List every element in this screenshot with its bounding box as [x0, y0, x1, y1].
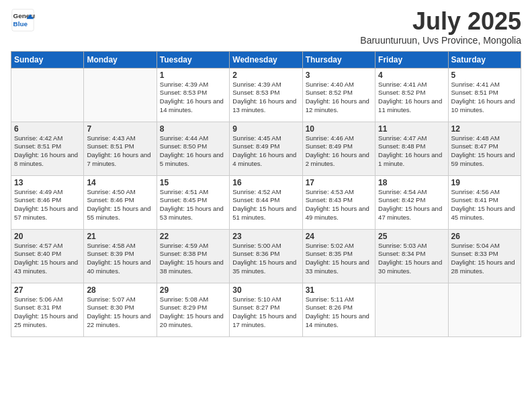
day-info: Sunrise: 4:51 AMSunset: 8:45 PMDaylight:…: [160, 188, 226, 222]
day-number: 8: [160, 124, 226, 134]
day-number: 6: [14, 124, 81, 134]
day-number: 9: [232, 124, 299, 134]
day-info: Sunrise: 4:58 AMSunset: 8:39 PMDaylight:…: [87, 242, 153, 276]
day-number: 12: [451, 124, 518, 134]
col-saturday: Saturday: [448, 51, 521, 68]
day-info: Sunrise: 5:06 AMSunset: 8:31 PMDaylight:…: [14, 295, 81, 330]
day-info: Sunrise: 4:49 AMSunset: 8:46 PMDaylight:…: [14, 188, 81, 222]
main-title: July 2025: [360, 8, 521, 35]
day-number: 23: [232, 232, 299, 241]
day-number: 18: [378, 178, 445, 187]
logo: General Blue: [11, 8, 35, 32]
table-row: [11, 68, 84, 122]
day-number: 13: [14, 178, 81, 187]
col-wednesday: Wednesday: [230, 51, 302, 68]
table-row: 13Sunrise: 4:49 AMSunset: 8:46 PMDayligh…: [11, 175, 84, 229]
day-info: Sunrise: 5:10 AMSunset: 8:27 PMDaylight:…: [232, 295, 299, 330]
day-number: 31: [306, 285, 372, 295]
day-info: Sunrise: 4:59 AMSunset: 8:38 PMDaylight:…: [160, 242, 226, 276]
day-info: Sunrise: 4:39 AMSunset: 8:53 PMDaylight:…: [232, 81, 299, 115]
day-info: Sunrise: 4:44 AMSunset: 8:50 PMDaylight:…: [160, 134, 226, 169]
day-info: Sunrise: 4:41 AMSunset: 8:51 PMDaylight:…: [451, 81, 518, 115]
day-number: 15: [160, 178, 226, 187]
table-row: 7Sunrise: 4:43 AMSunset: 8:51 PMDaylight…: [84, 122, 157, 175]
page: General Blue July 2025 Baruunturuun, Uvs…: [0, 0, 532, 411]
day-info: Sunrise: 5:08 AMSunset: 8:29 PMDaylight:…: [160, 295, 226, 330]
table-row: 8Sunrise: 4:44 AMSunset: 8:50 PMDaylight…: [157, 122, 229, 175]
day-info: Sunrise: 4:39 AMSunset: 8:53 PMDaylight:…: [160, 81, 226, 115]
table-row: 2Sunrise: 4:39 AMSunset: 8:53 PMDaylight…: [230, 68, 302, 122]
table-row: 23Sunrise: 5:00 AMSunset: 8:36 PMDayligh…: [230, 229, 302, 283]
table-row: [448, 283, 521, 336]
day-number: 29: [160, 285, 226, 295]
col-monday: Monday: [84, 51, 157, 68]
table-row: 14Sunrise: 4:50 AMSunset: 8:46 PMDayligh…: [84, 175, 157, 229]
day-info: Sunrise: 4:45 AMSunset: 8:49 PMDaylight:…: [232, 134, 299, 169]
day-info: Sunrise: 4:42 AMSunset: 8:51 PMDaylight:…: [14, 134, 81, 169]
day-info: Sunrise: 5:00 AMSunset: 8:36 PMDaylight:…: [232, 242, 299, 276]
table-row: 30Sunrise: 5:10 AMSunset: 8:27 PMDayligh…: [230, 283, 302, 336]
header: General Blue July 2025 Baruunturuun, Uvs…: [11, 8, 521, 46]
day-info: Sunrise: 5:07 AMSunset: 8:30 PMDaylight:…: [87, 295, 153, 330]
calendar-week-row: 6Sunrise: 4:42 AMSunset: 8:51 PMDaylight…: [11, 122, 521, 175]
day-number: 3: [306, 71, 372, 80]
day-number: 16: [232, 178, 299, 187]
svg-text:Blue: Blue: [13, 20, 28, 28]
col-tuesday: Tuesday: [157, 51, 229, 68]
table-row: 12Sunrise: 4:48 AMSunset: 8:47 PMDayligh…: [448, 122, 521, 175]
day-info: Sunrise: 4:47 AMSunset: 8:48 PMDaylight:…: [378, 134, 445, 169]
day-info: Sunrise: 4:50 AMSunset: 8:46 PMDaylight:…: [87, 188, 153, 222]
title-block: July 2025 Baruunturuun, Uvs Province, Mo…: [360, 8, 521, 46]
calendar-week-row: 20Sunrise: 4:57 AMSunset: 8:40 PMDayligh…: [11, 229, 521, 283]
day-number: 10: [306, 124, 372, 134]
day-info: Sunrise: 4:43 AMSunset: 8:51 PMDaylight:…: [87, 134, 153, 169]
subtitle: Baruunturuun, Uvs Province, Mongolia: [360, 35, 521, 46]
day-number: 21: [87, 232, 153, 241]
day-info: Sunrise: 4:56 AMSunset: 8:41 PMDaylight:…: [451, 188, 518, 222]
table-row: 21Sunrise: 4:58 AMSunset: 8:39 PMDayligh…: [84, 229, 157, 283]
col-friday: Friday: [375, 51, 448, 68]
table-row: 18Sunrise: 4:54 AMSunset: 8:42 PMDayligh…: [375, 175, 448, 229]
day-number: 17: [306, 178, 372, 187]
day-info: Sunrise: 5:04 AMSunset: 8:33 PMDaylight:…: [451, 242, 518, 276]
day-number: 25: [378, 232, 445, 241]
table-row: 31Sunrise: 5:11 AMSunset: 8:26 PMDayligh…: [302, 283, 375, 336]
calendar-week-row: 27Sunrise: 5:06 AMSunset: 8:31 PMDayligh…: [11, 283, 521, 336]
day-number: 1: [160, 71, 226, 80]
day-info: Sunrise: 4:57 AMSunset: 8:40 PMDaylight:…: [14, 242, 81, 276]
table-row: 24Sunrise: 5:02 AMSunset: 8:35 PMDayligh…: [302, 229, 375, 283]
day-info: Sunrise: 4:40 AMSunset: 8:52 PMDaylight:…: [306, 81, 372, 115]
day-info: Sunrise: 4:54 AMSunset: 8:42 PMDaylight:…: [378, 188, 445, 222]
table-row: 11Sunrise: 4:47 AMSunset: 8:48 PMDayligh…: [375, 122, 448, 175]
table-row: 16Sunrise: 4:52 AMSunset: 8:44 PMDayligh…: [230, 175, 302, 229]
day-number: 24: [306, 232, 372, 241]
table-row: 6Sunrise: 4:42 AMSunset: 8:51 PMDaylight…: [11, 122, 84, 175]
calendar-header-row: Sunday Monday Tuesday Wednesday Thursday…: [11, 51, 521, 68]
table-row: 26Sunrise: 5:04 AMSunset: 8:33 PMDayligh…: [448, 229, 521, 283]
table-row: 19Sunrise: 4:56 AMSunset: 8:41 PMDayligh…: [448, 175, 521, 229]
day-info: Sunrise: 5:02 AMSunset: 8:35 PMDaylight:…: [306, 242, 372, 276]
table-row: 22Sunrise: 4:59 AMSunset: 8:38 PMDayligh…: [157, 229, 229, 283]
table-row: 27Sunrise: 5:06 AMSunset: 8:31 PMDayligh…: [11, 283, 84, 336]
day-number: 14: [87, 178, 153, 187]
table-row: 25Sunrise: 5:03 AMSunset: 8:34 PMDayligh…: [375, 229, 448, 283]
day-number: 2: [232, 71, 299, 80]
day-info: Sunrise: 4:48 AMSunset: 8:47 PMDaylight:…: [451, 134, 518, 169]
col-sunday: Sunday: [11, 51, 84, 68]
table-row: 5Sunrise: 4:41 AMSunset: 8:51 PMDaylight…: [448, 68, 521, 122]
calendar-week-row: 13Sunrise: 4:49 AMSunset: 8:46 PMDayligh…: [11, 175, 521, 229]
day-number: 19: [451, 178, 518, 187]
table-row: 9Sunrise: 4:45 AMSunset: 8:49 PMDaylight…: [230, 122, 302, 175]
table-row: 20Sunrise: 4:57 AMSunset: 8:40 PMDayligh…: [11, 229, 84, 283]
table-row: 28Sunrise: 5:07 AMSunset: 8:30 PMDayligh…: [84, 283, 157, 336]
day-number: 20: [14, 232, 81, 241]
day-number: 11: [378, 124, 445, 134]
day-info: Sunrise: 4:41 AMSunset: 8:52 PMDaylight:…: [378, 81, 445, 115]
logo-icon: General Blue: [11, 8, 35, 32]
day-number: 27: [14, 285, 81, 295]
table-row: 1Sunrise: 4:39 AMSunset: 8:53 PMDaylight…: [157, 68, 229, 122]
day-number: 30: [232, 285, 299, 295]
col-thursday: Thursday: [302, 51, 375, 68]
day-number: 28: [87, 285, 153, 295]
day-info: Sunrise: 4:53 AMSunset: 8:43 PMDaylight:…: [306, 188, 372, 222]
